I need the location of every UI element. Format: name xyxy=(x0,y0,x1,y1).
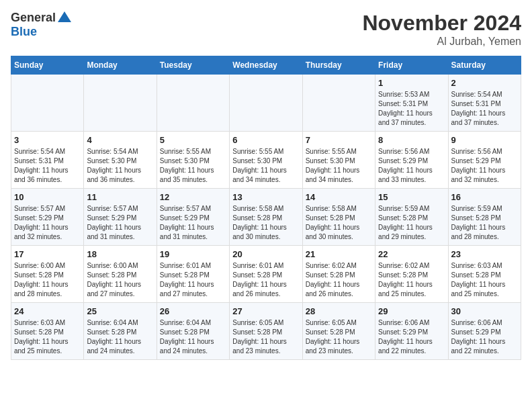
calendar-cell: 11Sunrise: 5:57 AM Sunset: 5:29 PM Dayli… xyxy=(84,189,157,246)
day-header-wednesday: Wednesday xyxy=(230,56,302,75)
calendar-cell: 8Sunrise: 5:56 AM Sunset: 5:29 PM Daylig… xyxy=(375,132,448,189)
calendar-cell: 1Sunrise: 5:53 AM Sunset: 5:31 PM Daylig… xyxy=(375,75,448,132)
day-number: 29 xyxy=(378,306,445,316)
day-info: Sunrise: 6:03 AM Sunset: 5:28 PM Dayligh… xyxy=(451,261,518,299)
day-header-thursday: Thursday xyxy=(302,56,375,75)
day-info: Sunrise: 5:54 AM Sunset: 5:31 PM Dayligh… xyxy=(14,147,81,185)
day-info: Sunrise: 6:00 AM Sunset: 5:28 PM Dayligh… xyxy=(14,261,81,299)
day-info: Sunrise: 5:56 AM Sunset: 5:29 PM Dayligh… xyxy=(451,147,518,185)
day-info: Sunrise: 5:58 AM Sunset: 5:28 PM Dayligh… xyxy=(306,204,372,242)
page-header: General Blue November 2024 Al Jurbah, Ye… xyxy=(11,11,521,48)
day-info: Sunrise: 6:06 AM Sunset: 5:29 PM Dayligh… xyxy=(451,318,518,356)
month-title: November 2024 xyxy=(362,11,521,36)
calendar-cell xyxy=(84,75,157,132)
calendar-cell: 13Sunrise: 5:58 AM Sunset: 5:28 PM Dayli… xyxy=(230,189,302,246)
calendar-cell: 4Sunrise: 5:54 AM Sunset: 5:30 PM Daylig… xyxy=(84,132,157,189)
day-number: 28 xyxy=(306,306,372,316)
logo-blue-text: Blue xyxy=(11,25,37,39)
day-number: 14 xyxy=(306,192,372,202)
day-info: Sunrise: 6:03 AM Sunset: 5:28 PM Dayligh… xyxy=(14,318,81,356)
calendar-cell: 3Sunrise: 5:54 AM Sunset: 5:31 PM Daylig… xyxy=(11,132,84,189)
day-info: Sunrise: 6:02 AM Sunset: 5:28 PM Dayligh… xyxy=(306,261,372,299)
day-number: 25 xyxy=(87,306,153,316)
calendar-cell: 26Sunrise: 6:04 AM Sunset: 5:28 PM Dayli… xyxy=(157,303,229,360)
calendar-cell: 24Sunrise: 6:03 AM Sunset: 5:28 PM Dayli… xyxy=(11,303,84,360)
day-header-tuesday: Tuesday xyxy=(157,56,229,75)
title-block: November 2024 Al Jurbah, Yemen xyxy=(362,11,521,48)
day-info: Sunrise: 5:59 AM Sunset: 5:28 PM Dayligh… xyxy=(378,204,445,242)
day-info: Sunrise: 6:00 AM Sunset: 5:28 PM Dayligh… xyxy=(87,261,153,299)
calendar-cell: 25Sunrise: 6:04 AM Sunset: 5:28 PM Dayli… xyxy=(84,303,157,360)
calendar-cell: 21Sunrise: 6:02 AM Sunset: 5:28 PM Dayli… xyxy=(302,246,375,303)
calendar-cell: 29Sunrise: 6:06 AM Sunset: 5:29 PM Dayli… xyxy=(375,303,448,360)
calendar-cell: 7Sunrise: 5:55 AM Sunset: 5:30 PM Daylig… xyxy=(302,132,375,189)
day-number: 19 xyxy=(160,249,226,259)
day-number: 20 xyxy=(232,249,299,259)
calendar-cell: 9Sunrise: 5:56 AM Sunset: 5:29 PM Daylig… xyxy=(448,132,521,189)
logo-general-text: General xyxy=(11,11,56,25)
calendar-cell: 22Sunrise: 6:02 AM Sunset: 5:28 PM Dayli… xyxy=(375,246,448,303)
day-number: 12 xyxy=(160,192,226,202)
day-info: Sunrise: 6:01 AM Sunset: 5:28 PM Dayligh… xyxy=(160,261,226,299)
day-info: Sunrise: 5:57 AM Sunset: 5:29 PM Dayligh… xyxy=(160,204,226,242)
day-info: Sunrise: 6:04 AM Sunset: 5:28 PM Dayligh… xyxy=(160,318,226,356)
day-number: 23 xyxy=(451,249,518,259)
day-number: 2 xyxy=(451,78,518,88)
day-header-friday: Friday xyxy=(375,56,448,75)
day-number: 10 xyxy=(14,192,81,202)
day-number: 6 xyxy=(232,135,299,145)
calendar-cell xyxy=(11,75,84,132)
calendar-table: SundayMondayTuesdayWednesdayThursdayFrid… xyxy=(11,56,521,360)
header-row: SundayMondayTuesdayWednesdayThursdayFrid… xyxy=(11,56,521,75)
week-row-2: 3Sunrise: 5:54 AM Sunset: 5:31 PM Daylig… xyxy=(11,132,521,189)
day-info: Sunrise: 5:57 AM Sunset: 5:29 PM Dayligh… xyxy=(87,204,153,242)
day-number: 30 xyxy=(451,306,518,316)
calendar-cell: 2Sunrise: 5:54 AM Sunset: 5:31 PM Daylig… xyxy=(448,75,521,132)
calendar-cell: 17Sunrise: 6:00 AM Sunset: 5:28 PM Dayli… xyxy=(11,246,84,303)
week-row-4: 17Sunrise: 6:00 AM Sunset: 5:28 PM Dayli… xyxy=(11,246,521,303)
day-number: 3 xyxy=(14,135,81,145)
calendar-cell xyxy=(302,75,375,132)
day-number: 22 xyxy=(378,249,445,259)
day-number: 1 xyxy=(378,78,445,88)
day-number: 5 xyxy=(160,135,226,145)
week-row-5: 24Sunrise: 6:03 AM Sunset: 5:28 PM Dayli… xyxy=(11,303,521,360)
calendar-cell: 28Sunrise: 6:05 AM Sunset: 5:28 PM Dayli… xyxy=(302,303,375,360)
calendar-cell xyxy=(230,75,302,132)
day-number: 24 xyxy=(14,306,81,316)
day-number: 26 xyxy=(160,306,226,316)
day-info: Sunrise: 5:53 AM Sunset: 5:31 PM Dayligh… xyxy=(378,90,445,128)
calendar-cell: 18Sunrise: 6:00 AM Sunset: 5:28 PM Dayli… xyxy=(84,246,157,303)
calendar-cell: 23Sunrise: 6:03 AM Sunset: 5:28 PM Dayli… xyxy=(448,246,521,303)
day-header-monday: Monday xyxy=(84,56,157,75)
day-info: Sunrise: 5:54 AM Sunset: 5:31 PM Dayligh… xyxy=(451,90,518,128)
calendar-cell: 27Sunrise: 6:05 AM Sunset: 5:28 PM Dayli… xyxy=(230,303,302,360)
day-number: 4 xyxy=(87,135,153,145)
week-row-1: 1Sunrise: 5:53 AM Sunset: 5:31 PM Daylig… xyxy=(11,75,521,132)
location-label: Al Jurbah, Yemen xyxy=(362,36,521,48)
calendar-header: SundayMondayTuesdayWednesdayThursdayFrid… xyxy=(11,56,521,75)
day-number: 27 xyxy=(232,306,299,316)
day-info: Sunrise: 5:56 AM Sunset: 5:29 PM Dayligh… xyxy=(378,147,445,185)
logo-triangle-icon xyxy=(58,11,71,22)
day-info: Sunrise: 5:55 AM Sunset: 5:30 PM Dayligh… xyxy=(232,147,299,185)
day-header-sunday: Sunday xyxy=(11,56,84,75)
calendar-cell: 16Sunrise: 5:59 AM Sunset: 5:28 PM Dayli… xyxy=(448,189,521,246)
calendar-cell: 30Sunrise: 6:06 AM Sunset: 5:29 PM Dayli… xyxy=(448,303,521,360)
day-number: 9 xyxy=(451,135,518,145)
day-info: Sunrise: 6:04 AM Sunset: 5:28 PM Dayligh… xyxy=(87,318,153,356)
calendar-cell: 12Sunrise: 5:57 AM Sunset: 5:29 PM Dayli… xyxy=(157,189,229,246)
day-number: 16 xyxy=(451,192,518,202)
calendar-body: 1Sunrise: 5:53 AM Sunset: 5:31 PM Daylig… xyxy=(11,75,521,360)
day-number: 15 xyxy=(378,192,445,202)
day-info: Sunrise: 5:57 AM Sunset: 5:29 PM Dayligh… xyxy=(14,204,81,242)
calendar-cell: 10Sunrise: 5:57 AM Sunset: 5:29 PM Dayli… xyxy=(11,189,84,246)
day-number: 21 xyxy=(306,249,372,259)
week-row-3: 10Sunrise: 5:57 AM Sunset: 5:29 PM Dayli… xyxy=(11,189,521,246)
day-number: 17 xyxy=(14,249,81,259)
calendar-cell: 15Sunrise: 5:59 AM Sunset: 5:28 PM Dayli… xyxy=(375,189,448,246)
logo: General Blue xyxy=(11,11,71,39)
calendar-cell: 6Sunrise: 5:55 AM Sunset: 5:30 PM Daylig… xyxy=(230,132,302,189)
calendar-cell: 19Sunrise: 6:01 AM Sunset: 5:28 PM Dayli… xyxy=(157,246,229,303)
day-number: 18 xyxy=(87,249,153,259)
